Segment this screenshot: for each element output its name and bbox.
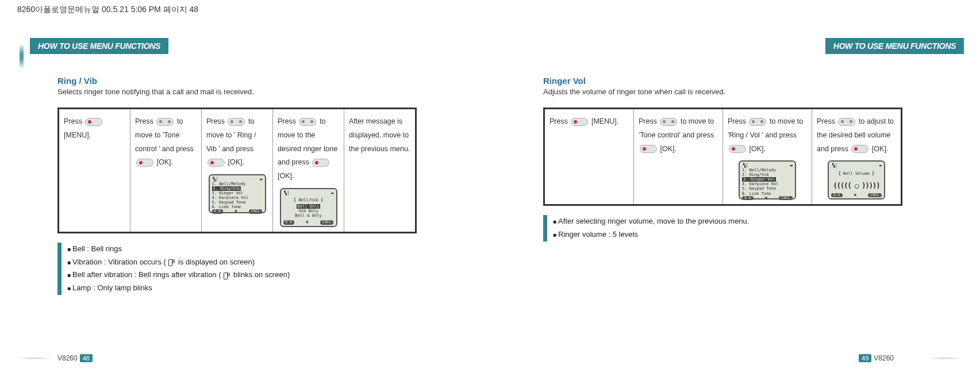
- step-2: Press to move to 'Tone control ' and pre…: [130, 109, 202, 232]
- note-item: ■Vibration : Vibration occurs ( is displ…: [67, 256, 417, 269]
- nav-key-icon: [299, 118, 316, 126]
- vibration-icon: [223, 272, 231, 279]
- ok-key-icon: [312, 159, 329, 167]
- footer-rule: [17, 358, 52, 359]
- nav-key-icon: [660, 118, 677, 126]
- ok-key-icon: [207, 159, 225, 167]
- step-text: [OK].: [747, 145, 766, 153]
- step-text: Press: [206, 117, 226, 125]
- lcd-line: 1. Bell/Melody: [212, 182, 263, 186]
- lcd-softkey-right: CNCL: [249, 209, 263, 213]
- lcd-softkey-right: CNCL: [779, 196, 793, 200]
- lcd-title: 【 Bell/Vib 】: [283, 198, 334, 202]
- notes-block: ■Bell : Bell rings ■Vibration : Vibratio…: [57, 243, 417, 295]
- step-text: [OK].: [658, 145, 677, 153]
- page-right: HOW TO USE MENU FUNCTIONS Ringer Vol Adj…: [509, 23, 980, 368]
- page-number: 49: [859, 354, 871, 362]
- nav-key-icon: [838, 118, 855, 126]
- step-text: [OK].: [870, 145, 888, 153]
- content-right: Ringer Vol Adjusts the volume of ringer …: [543, 76, 902, 241]
- lcd-line: 4. Earpiece Vol: [742, 182, 793, 186]
- steps-row: Press [MENU]. Press to move to 'Tone con…: [57, 108, 417, 233]
- lcd-line: 4. Earpiece Vol: [212, 195, 263, 200]
- section-desc: Adjusts the volume of ringer tone when c…: [543, 87, 902, 96]
- step-text: [OK].: [226, 158, 244, 166]
- lcd-line: Bell & Only: [283, 213, 334, 218]
- section-title: Ringer Vol: [543, 76, 902, 86]
- section-desc: Selects ringer tone notifying that a cal…: [57, 87, 417, 96]
- footer-right: 49V8260: [856, 354, 894, 362]
- note-item: ■After selecting ringer volume, move to …: [553, 215, 902, 228]
- ok-key-icon: [851, 145, 868, 153]
- menu-key-icon: [571, 118, 588, 126]
- lcd-title: 【 Bell Volume 】: [831, 171, 882, 176]
- step-text: Press: [549, 117, 570, 125]
- ok-key-icon: [729, 145, 746, 153]
- lcd-line: 2. Ring/Vib: [742, 172, 793, 177]
- step-1: Press [MENU].: [59, 109, 130, 232]
- lcd-softkey-left: O K: [831, 193, 843, 197]
- notes-block: ■After selecting ringer volume, move to …: [543, 215, 902, 241]
- lcd-line: 5. Keypad Tone: [212, 200, 263, 205]
- lcd-screen-volume: ▝▖▏▬ 【 Bell Volume 】 ((((( ◯ ))))) O K☎C…: [828, 160, 885, 199]
- side-gradient: [20, 44, 24, 69]
- step-text: Press: [728, 117, 748, 125]
- lcd-softkey-left: O K: [283, 220, 295, 224]
- page-number: 48: [80, 354, 93, 362]
- step-2: Press to move to 'Tone control' and pres…: [634, 109, 723, 204]
- step-3: Press to move to 'Ring / Vol ' and press…: [723, 109, 812, 204]
- lcd-softkey-right: CNCL: [320, 220, 334, 224]
- nav-key-icon: [749, 118, 766, 126]
- lcd-line: 5. Keypad Tone: [742, 186, 793, 191]
- lcd-line-highlight: Bell Only: [297, 204, 321, 209]
- model-label: V8260: [57, 354, 78, 362]
- ok-key-icon: [640, 145, 657, 153]
- section-title: Ring / Vib: [57, 76, 417, 86]
- content-left: Ring / Vib Selects ringer tone notifying…: [57, 76, 417, 295]
- ok-key-icon: [136, 159, 153, 167]
- lcd-volume-indicator: ((((( ◯ ))))): [831, 182, 882, 190]
- lcd-softkey-left: O K: [742, 196, 754, 200]
- step-5: After message is displayed, move to the …: [344, 109, 415, 232]
- note-item: ■Lamp : Only lamp blinks: [67, 282, 417, 295]
- section-tab: HOW TO USE MENU FUNCTIONS: [825, 38, 964, 54]
- step-text: After message is displayed, move to the …: [349, 115, 410, 156]
- section-tab: HOW TO USE MENU FUNCTIONS: [30, 38, 168, 54]
- step-4: Press to adjust to the desired bell volu…: [812, 109, 901, 204]
- step-4: Press to move to the desired ringer tone…: [273, 109, 344, 232]
- vibration-icon: [168, 259, 176, 266]
- file-header: 8260아폴로영문메뉴얼 00.5.21 5:06 PM 페이지 48: [17, 5, 198, 15]
- footer-left: V826048: [57, 354, 95, 362]
- lcd-line-highlight: 2. Ring/Vib: [212, 186, 241, 191]
- note-item: ■Bell : Bell rings: [67, 243, 417, 256]
- step-text: Press: [817, 117, 837, 125]
- menu-key-icon: [85, 118, 102, 126]
- lcd-screen-menu: ▝▖▏▬ 1. Bell/Melody 2. Ring/Vib 3. Ringe…: [209, 174, 266, 213]
- step-text: Press: [64, 117, 84, 125]
- step-text: Press: [135, 117, 155, 125]
- lcd-line: 1. Bell/Melody: [742, 168, 793, 172]
- lcd-line-highlight: 3. Ringer Vol: [742, 177, 776, 182]
- lcd-screen-bellvib: ▝▖▏▬ 【 Bell/Vib 】 Bell Only Vib Only Bel…: [280, 188, 337, 227]
- lcd-line: Vib Only: [283, 209, 334, 213]
- lcd-line: 3. Ringer Vol: [212, 191, 263, 195]
- model-label: V8260: [874, 354, 894, 362]
- lcd-screen-menu: ▝▖▏▬ 1. Bell/Melody 2. Ring/Vib 3. Ringe…: [739, 160, 796, 199]
- lcd-softkey-right: CNCL: [868, 193, 882, 197]
- step-3: Press to move to ' Ring / Vib ' and pres…: [202, 109, 273, 232]
- nav-key-icon: [228, 118, 245, 126]
- step-text: [MENU].: [589, 117, 618, 125]
- note-item: ■Ringer volume : 5 levels: [553, 228, 902, 241]
- steps-row: Press [MENU]. Press to move to 'Tone con…: [543, 108, 902, 206]
- lcd-softkey-left: O K: [212, 209, 224, 213]
- note-item: ■Bell after vibration : Bell rings after…: [67, 268, 417, 282]
- nav-key-icon: [156, 118, 174, 126]
- step-text: Press: [639, 117, 659, 125]
- footer-rule: [928, 358, 963, 359]
- step-text: [OK].: [155, 158, 173, 166]
- step-text: [OK].: [278, 172, 294, 180]
- step-text: Press: [278, 117, 298, 125]
- step-text: [MENU].: [64, 131, 91, 139]
- step-1: Press [MENU].: [545, 109, 634, 204]
- page-left: HOW TO USE MENU FUNCTIONS Ring / Vib Sel…: [0, 23, 471, 368]
